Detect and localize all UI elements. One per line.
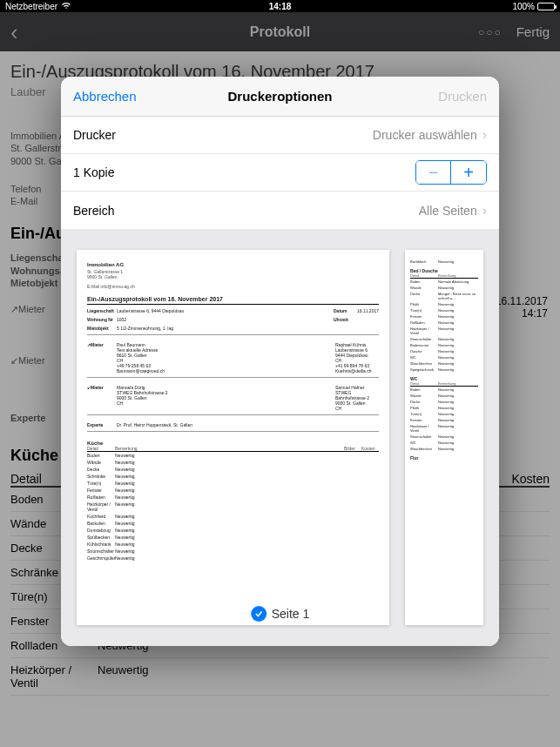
status-time: 14:18 [269,2,292,11]
table-row: FensterNeuwertig [87,487,379,494]
table-row: BodenNeuwertig [87,452,379,459]
cancel-button[interactable]: Abbrechen [73,89,137,104]
table-row: Heizkörper / VentilNeuwertig [410,326,478,336]
table-row: Türe(n)Neuwertig [410,307,478,313]
modal-title: Druckeroptionen [227,89,332,104]
printer-row[interactable]: Drucker Drucker auswählen › [61,117,499,154]
copies-row: 1 Kopie − + [61,154,499,192]
nav-bar: ‹ Protokoll ○○○ Fertig [0,12,560,51]
modal-body: Drucker Drucker auswählen › 1 Kopie − + … [61,117,499,229]
printer-value: Drucker auswählen [373,128,477,142]
table-row: WCNeuwertig [410,354,478,360]
page-title: Protokoll [250,24,310,40]
range-value: Alle Seiten [419,204,477,218]
table-row: RollladenNeuwertig [410,320,478,326]
print-button[interactable]: Drucken [438,89,487,104]
table-row: BodenNormale Abnützung [410,279,478,285]
battery-icon [537,3,555,10]
preview-page-2[interactable]: BackblechNeuwertig Bad / Dusche DetailBe… [405,250,483,625]
table-row: DuscheNeuwertig [410,348,478,354]
range-row[interactable]: Bereich Alle Seiten › [61,192,499,229]
more-button[interactable]: ○○○ [478,26,503,38]
preview-page-1[interactable]: Immobilien AG St. Gallerstrasse 1 9000 S… [77,250,389,625]
table-row: WändeNeuwertig [87,459,379,466]
table-row: FensterNeuwertig [410,313,478,320]
print-options-modal: Abbrechen Druckeroptionen Drucken Drucke… [61,77,499,646]
page-indicator: Seite 1 [251,606,310,622]
table-row: BodenNeuwertig [410,387,478,393]
table-row: WaschbeckenNeuwertig [410,360,478,367]
copies-stepper: − + [415,160,487,185]
table-row: FensterNeuwertig [410,417,478,423]
chevron-right-icon: › [482,127,487,143]
table-row: StromschalterNeuwertig [410,434,478,440]
table-row: WändeNeuwertig [410,393,478,399]
table-row: PlättliNeuwertig [410,405,478,411]
table-row: WändeNeuwertig [410,285,478,291]
print-preview-area: Immobilien AG St. Gallerstrasse 1 9000 S… [61,229,499,646]
table-row: StromschalterNeuwertig [410,336,478,342]
table-row: KochherdNeuwertig [87,513,379,520]
table-row: SchränkeNeuwertig [87,473,379,480]
table-row: SpiegelschrankNeuwertig [410,367,478,373]
wifi-icon [61,2,71,11]
table-row: BackofenNeuwertig [87,520,379,527]
carrier-label: Netzbetreiber [5,2,57,11]
done-button[interactable]: Fertig [516,24,550,39]
table-row: DeckeNeuwertig [410,399,478,405]
table-row: PlättliNeuwertig [410,301,478,307]
table-row: WaschbeckenNeuwertig [410,446,478,452]
modal-header: Abbrechen Druckeroptionen Drucken [61,77,499,117]
table-row: DunstabzugNeuwertig [87,527,379,534]
table-row: Heizkörper / VentilNeuwertig [87,501,379,513]
chevron-right-icon: › [482,203,487,219]
table-row: WCNeuwertig [410,440,478,446]
table-row: DeckeNeuwertig [87,466,379,473]
copies-label: 1 Kopie [73,165,114,179]
table-row: KühlschrankNeuwertig [87,541,379,548]
table-row: BadewanneNeuwertig [410,342,478,348]
table-row: Heizkörper / VentilNeuwertig [410,423,478,434]
check-icon [251,606,267,622]
table-row: Türe(n)Neuwertig [87,480,379,487]
back-button[interactable]: ‹ [10,21,18,44]
table-row: DeckeMangel - Riese muss so schnell w… [410,291,478,301]
status-bar: Netzbetreiber 14:18 100% [0,0,560,12]
table-row: Heizkörper / VentilNeuwertig [10,658,550,696]
table-row: SpülbeckenNeuwertig [87,534,379,541]
battery-percent: 100% [512,2,535,11]
stepper-minus-button[interactable]: − [416,161,451,184]
table-row: Türe(n)Neuwertig [410,411,478,417]
printer-label: Drucker [73,128,116,142]
table-row: RollladenNeuwertig [87,494,379,501]
stepper-plus-button[interactable]: + [451,161,486,184]
table-row: StromschalterNeuwertig [87,548,379,555]
range-label: Bereich [73,204,114,218]
table-row: GeschirrspülerNeuwertig [87,555,379,562]
